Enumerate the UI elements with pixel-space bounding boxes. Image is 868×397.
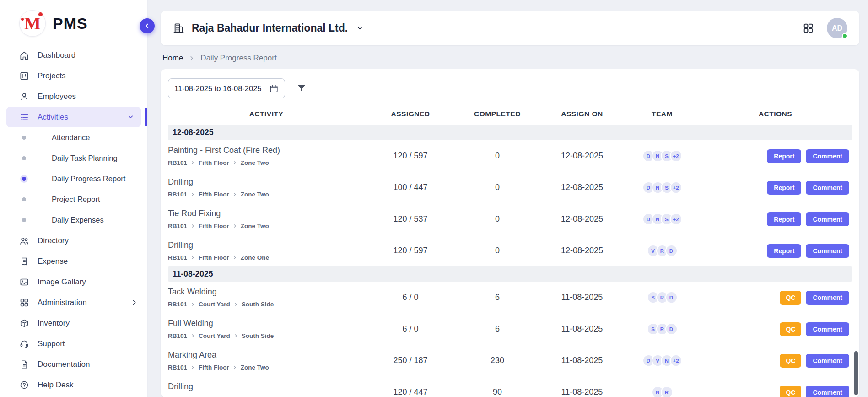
chevron-right-icon <box>233 302 238 307</box>
actions-cell: ReportComment <box>699 149 852 163</box>
comment-button[interactable]: Comment <box>806 212 849 226</box>
sidebar-subitem-attendance[interactable]: Attendance <box>0 127 147 148</box>
logo-letter: M <box>24 15 41 32</box>
completed-cell: 0 <box>456 183 539 192</box>
activity-title: Painting - First Coat (Fire Red) <box>168 146 358 155</box>
sidebar-item-expense[interactable]: Expense <box>0 251 147 272</box>
activities-icon <box>19 112 29 122</box>
date-range-input[interactable]: 11-08-2025 to 16-08-2025 <box>168 78 285 98</box>
report-button[interactable]: Report <box>767 149 801 163</box>
team-cell: DNS+2 <box>625 213 699 225</box>
comment-button[interactable]: Comment <box>806 354 849 368</box>
column-header-assigned: ASSIGNED <box>365 110 456 118</box>
path-segment: Zone Two <box>241 159 269 166</box>
team-more-chip[interactable]: +2 <box>670 150 682 162</box>
table-row: Marking AreaRB101Fifth FloorZone Two250 … <box>168 345 852 376</box>
report-button[interactable]: Report <box>767 181 801 195</box>
assigned-cell: 120 / 537 <box>365 214 456 224</box>
path-segment: RB101 <box>168 301 187 308</box>
sidebar-item-documentation[interactable]: Documentation <box>0 354 147 375</box>
sidebar-subitem-daily-expenses[interactable]: Daily Expenses <box>0 210 147 230</box>
qc-button[interactable]: QC <box>780 354 801 368</box>
table-row: DrillingRB101Fifth FloorZone Two120 / 44… <box>168 376 852 397</box>
sidebar-subitem-label: Daily Expenses <box>52 216 104 224</box>
sidebar-subitem-project-report[interactable]: Project Report <box>0 189 147 210</box>
assigned-cell: 120 / 597 <box>365 246 456 256</box>
sidebar-item-help-desk[interactable]: Help Desk <box>0 375 147 395</box>
comment-button[interactable]: Comment <box>806 181 849 195</box>
bullet-icon <box>22 218 26 222</box>
company-selector[interactable]: Raja Bahadur International Ltd. <box>173 22 364 34</box>
actions-cell: ReportComment <box>699 212 852 226</box>
qc-button[interactable]: QC <box>780 386 801 397</box>
table-row: Tack WeldingRB101Court YardSouth Side6 /… <box>168 282 852 313</box>
team-more-chip[interactable]: +2 <box>670 181 682 194</box>
sidebar-item-support[interactable]: Support <box>0 333 147 354</box>
sidebar-item-label: Employees <box>38 92 76 101</box>
date-range-value: 11-08-2025 to 16-08-2025 <box>174 84 262 93</box>
report-button[interactable]: Report <box>767 244 801 258</box>
sidebar-item-employees[interactable]: Employees <box>0 86 147 107</box>
brand-logo[interactable]: M PMS <box>0 0 147 43</box>
activity-location-path: RB101Fifth FloorZone Two <box>168 223 358 229</box>
activity-cell: DrillingRB101Fifth FloorZone Two <box>168 382 365 397</box>
sidebar-item-label: Image Gallary <box>38 277 86 287</box>
assigned-cell: 100 / 447 <box>365 183 456 192</box>
team-member-avatar[interactable]: R <box>661 386 673 397</box>
completed-cell: 90 <box>456 387 539 397</box>
app-root: M PMS DashboardProjectsEmployeesActiviti… <box>0 0 868 397</box>
sidebar-subitem-daily-task-planning[interactable]: Daily Task Planning <box>0 148 147 169</box>
report-button[interactable]: Report <box>767 212 801 226</box>
filter-button[interactable] <box>296 83 307 94</box>
chevron-right-icon <box>232 365 237 370</box>
activity-cell: DrillingRB101Fifth FloorZone One <box>168 240 365 261</box>
chevron-right-icon <box>190 192 195 197</box>
qc-button[interactable]: QC <box>780 322 801 336</box>
team-member-avatar[interactable]: D <box>665 323 678 335</box>
comment-button[interactable]: Comment <box>806 291 849 305</box>
main-area: Raja Bahadur International Ltd. AD Home … <box>148 0 868 397</box>
chevron-right-icon <box>190 160 195 165</box>
comment-button[interactable]: Comment <box>806 149 849 163</box>
chevron-right-icon <box>190 333 195 338</box>
team-member-avatar[interactable]: D <box>665 291 678 304</box>
activity-cell: Full WeldingRB101Court YardSouth Side <box>168 319 365 339</box>
sidebar-item-label: Dashboard <box>38 51 75 60</box>
directory-icon <box>19 236 29 246</box>
comment-button[interactable]: Comment <box>806 386 849 397</box>
logo-badge-icon: M <box>19 10 46 37</box>
breadcrumb-home-link[interactable]: Home <box>162 54 183 63</box>
completed-cell: 0 <box>456 214 539 224</box>
sidebar-item-directory[interactable]: Directory <box>0 230 147 251</box>
apps-grid-icon[interactable] <box>803 22 814 34</box>
sidebar-item-inventory[interactable]: Inventory <box>0 313 147 333</box>
sidebar-collapse-button[interactable] <box>140 18 155 33</box>
activity-location-path: RB101Fifth FloorZone Two <box>168 159 358 166</box>
chevron-right-icon <box>232 160 237 165</box>
team-member-avatar[interactable]: D <box>665 245 678 257</box>
sidebar-item-label: Documentation <box>38 360 90 369</box>
qc-button[interactable]: QC <box>780 291 801 305</box>
support-icon <box>19 339 29 349</box>
sidebar-item-projects[interactable]: Projects <box>0 65 147 86</box>
sidebar-nav: DashboardProjectsEmployeesActivitiesAtte… <box>0 43 147 395</box>
user-avatar[interactable]: AD <box>827 18 847 38</box>
assigned-cell: 250 / 187 <box>365 356 456 365</box>
scrollbar-thumb[interactable] <box>854 351 858 395</box>
comment-button[interactable]: Comment <box>806 322 849 336</box>
path-segment: RB101 <box>168 159 187 166</box>
team-more-chip[interactable]: +2 <box>670 354 682 367</box>
sidebar-item-image-gallary[interactable]: Image Gallary <box>0 272 147 292</box>
sidebar-subitem-daily-progress-report[interactable]: Daily Progress Report <box>0 169 147 189</box>
comment-button[interactable]: Comment <box>806 244 849 258</box>
sidebar-item-activities[interactable]: Activities <box>6 107 141 127</box>
activity-location-path: RB101Fifth FloorZone One <box>168 254 358 261</box>
sidebar-item-administration[interactable]: Administration <box>0 292 147 313</box>
assign-on-cell: 12-08-2025 <box>539 151 625 161</box>
path-segment: Zone Two <box>241 191 269 198</box>
team-more-chip[interactable]: +2 <box>670 213 682 225</box>
logo-dot-icon <box>38 12 43 16</box>
chevron-right-icon <box>232 255 237 260</box>
sidebar-item-dashboard[interactable]: Dashboard <box>0 45 147 65</box>
assign-on-cell: 12-08-2025 <box>539 214 625 224</box>
